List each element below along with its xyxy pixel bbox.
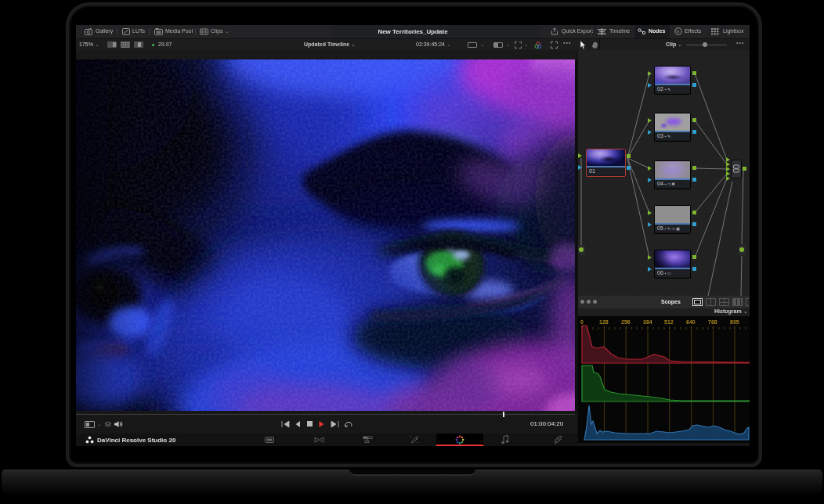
svg-text:256: 256 [621,319,631,325]
svg-text:768: 768 [708,319,717,325]
svg-text:512: 512 [664,319,674,325]
svg-text:640: 640 [686,319,696,325]
svg-text:384: 384 [643,319,652,325]
svg-text:895: 895 [730,319,739,325]
svg-text:128: 128 [599,319,609,325]
svg-text:0: 0 [580,319,584,325]
svg-text:fx: fx [676,29,680,34]
